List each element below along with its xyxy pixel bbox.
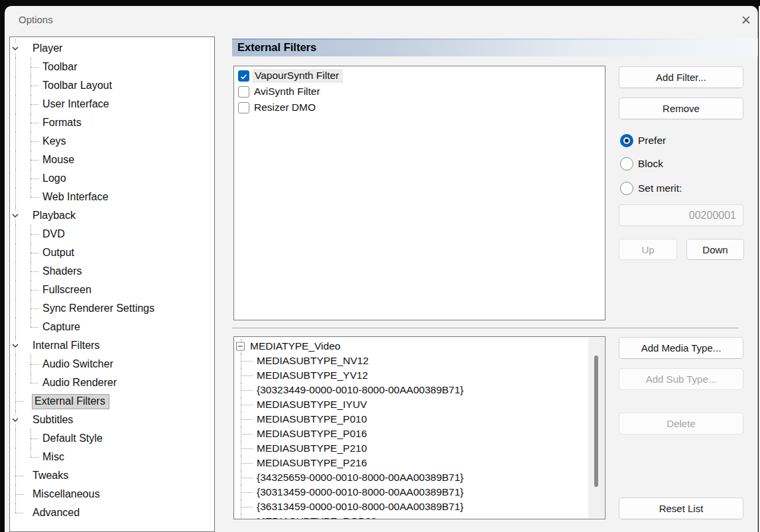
chevron-down-icon[interactable]: [11, 44, 20, 53]
window-title: Options: [19, 14, 53, 25]
merit-input[interactable]: [619, 204, 743, 226]
media-subtype-item[interactable]: {34325659-0000-0010-8000-00AA00389B71}: [234, 470, 605, 485]
prefer-radio[interactable]: Prefer: [620, 133, 666, 148]
sidebar-item-misc[interactable]: Misc: [10, 448, 214, 466]
tree-gutter: [10, 39, 29, 58]
sidebar-item-external-filters[interactable]: External Filters: [10, 392, 214, 411]
checkbox-unchecked-icon[interactable]: [238, 86, 249, 98]
reset-list-button[interactable]: Reset List: [619, 498, 743, 519]
add-filter-button[interactable]: Add Filter...: [619, 66, 743, 88]
sidebar-item-internal-filters[interactable]: Internal Filters: [10, 336, 214, 355]
down-button[interactable]: Down: [686, 239, 744, 260]
sidebar-item-mouse[interactable]: Mouse: [10, 151, 214, 169]
filter-list-item[interactable]: AviSynth Filter: [234, 84, 605, 100]
media-types-tree[interactable]: MEDIATYPE_Video MEDIASUBTYPE_NV12 MEDIAS…: [233, 336, 605, 519]
set-merit-radio[interactable]: Set merit:: [620, 181, 682, 196]
sidebar-item-shaders[interactable]: Shaders: [10, 262, 214, 281]
close-icon[interactable]: ✕: [735, 10, 757, 30]
sidebar-item-capture[interactable]: Capture: [10, 318, 214, 336]
radio-unselected-icon[interactable]: [620, 182, 633, 195]
sidebar-item-audio-renderer[interactable]: Audio Renderer: [10, 373, 214, 392]
sidebar-item-keys[interactable]: Keys: [10, 132, 214, 151]
sidebar-item-dvd[interactable]: DVD: [10, 225, 214, 243]
sidebar-item-fullscreen[interactable]: Fullscreen: [10, 281, 214, 299]
add-media-type-button[interactable]: Add Media Type...: [619, 337, 743, 359]
media-subtype-item[interactable]: MEDIASUBTYPE_IYUV: [234, 397, 605, 412]
media-subtype-item[interactable]: {30313459-0000-0010-8000-00AA00389B71}: [234, 485, 605, 499]
delete-button[interactable]: Delete: [619, 413, 743, 434]
page-title: External Filters: [232, 41, 316, 54]
sidebar-item-playback[interactable]: Playback: [10, 206, 214, 225]
sidebar-item-sync-renderer-settings[interactable]: Sync Renderer Settings: [10, 299, 214, 318]
remove-button[interactable]: Remove: [619, 98, 743, 119]
add-sub-type-button[interactable]: Add Sub Type...: [619, 368, 743, 390]
sidebar-item-output[interactable]: Output: [10, 243, 214, 262]
media-type-root[interactable]: MEDIATYPE_Video: [234, 339, 605, 354]
media-subtype-item[interactable]: MEDIASUBTYPE_P016: [234, 427, 605, 441]
media-subtype-item[interactable]: MEDIASUBTYPE_YV12: [234, 368, 605, 383]
chevron-down-icon[interactable]: [11, 415, 20, 425]
sidebar-item-audio-switcher[interactable]: Audio Switcher: [10, 355, 214, 373]
options-dialog: Options ✕ Player Toolbar Toolbar Layout …: [5, 6, 758, 532]
filter-list-item[interactable]: Resizer DMO: [234, 100, 605, 115]
media-subtype-item[interactable]: MEDIASUBTYPE_P010: [234, 412, 605, 427]
sidebar-item-user-interface[interactable]: User Interface: [10, 95, 214, 113]
scrollbar[interactable]: [588, 338, 604, 518]
external-filters-list[interactable]: VapourSynth Filter AviSynth Filter Resiz…: [233, 66, 605, 320]
sidebar-item-toolbar-layout[interactable]: Toolbar Layout: [10, 76, 214, 95]
sidebar-item-default-style[interactable]: Default Style: [10, 429, 214, 448]
title-bar: Options ✕: [5, 6, 757, 36]
checkbox-checked-icon[interactable]: [238, 70, 249, 82]
media-subtype-item[interactable]: MEDIASUBTYPE_RGB32: [234, 514, 605, 519]
up-button[interactable]: Up: [619, 239, 677, 260]
radio-selected-icon[interactable]: [620, 134, 633, 147]
page-header: External Filters: [232, 38, 758, 56]
block-radio[interactable]: Block: [620, 157, 663, 171]
chevron-down-icon[interactable]: [11, 211, 20, 220]
radio-unselected-icon[interactable]: [620, 157, 633, 170]
sidebar-item-formats[interactable]: Formats: [10, 113, 214, 132]
checkbox-unchecked-icon[interactable]: [238, 102, 249, 113]
collapse-minus-icon[interactable]: [236, 342, 245, 351]
media-subtype-item[interactable]: {36313459-0000-0010-8000-00AA00389B71}: [234, 499, 605, 514]
sidebar-item-tweaks[interactable]: Tweaks: [10, 466, 214, 485]
sidebar-item-player[interactable]: Player: [10, 39, 214, 58]
sidebar-item-web-interface[interactable]: Web Interface: [10, 188, 214, 206]
section-divider: [232, 328, 738, 328]
media-subtype-item[interactable]: MEDIASUBTYPE_NV12: [234, 354, 605, 368]
sidebar-item-logo[interactable]: Logo: [10, 169, 214, 188]
media-subtype-item[interactable]: MEDIASUBTYPE_P210: [234, 441, 605, 456]
chevron-down-icon[interactable]: [11, 341, 20, 350]
sidebar-item-miscellaneous[interactable]: Miscellaneous: [10, 485, 214, 503]
sidebar-item-toolbar[interactable]: Toolbar: [10, 58, 214, 76]
sidebar-item-advanced[interactable]: Advanced: [10, 503, 214, 522]
scrollbar-thumb[interactable]: [594, 356, 598, 487]
sidebar-item-subtitles[interactable]: Subtitles: [10, 411, 214, 429]
media-subtype-item[interactable]: {30323449-0000-0010-8000-00AA00389B71}: [234, 383, 605, 397]
filter-list-item[interactable]: VapourSynth Filter: [234, 68, 605, 84]
options-category-tree: Player Toolbar Toolbar Layout User Inter…: [9, 36, 215, 532]
media-subtype-item[interactable]: MEDIASUBTYPE_P216: [234, 456, 605, 470]
